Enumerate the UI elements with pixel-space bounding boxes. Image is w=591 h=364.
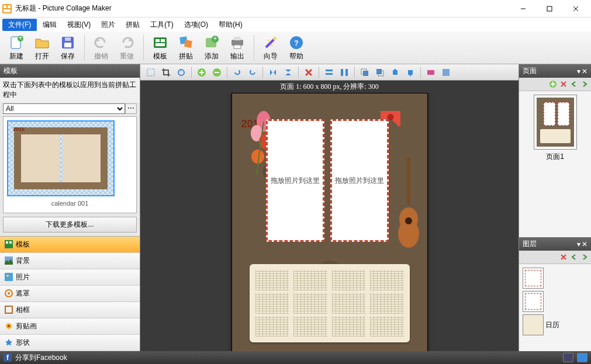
svg-rect-46 xyxy=(326,70,333,71)
wizard-button[interactable]: 向导 xyxy=(259,33,282,63)
menu-help[interactable]: 帮助(H) xyxy=(214,19,247,31)
svg-rect-5 xyxy=(547,6,552,11)
canvas-info-label: 页面 1: 600 x 800 px, 分辨率: 300 xyxy=(140,81,519,93)
template-thumb-1[interactable]: 2015 xyxy=(7,120,115,196)
photo-frame-1[interactable]: 拖放照片到这里 xyxy=(266,119,324,242)
tab-shape[interactable]: 形状 xyxy=(0,335,140,351)
svg-rect-49 xyxy=(345,69,348,76)
svg-point-41 xyxy=(8,325,10,327)
download-more-templates-button[interactable]: 下载更多模板... xyxy=(3,217,137,233)
undo-button[interactable]: 撤销 xyxy=(89,33,113,63)
template-list[interactable]: 2015 calendar 001 xyxy=(3,116,137,213)
panel-close-icon[interactable]: ✕ xyxy=(582,67,587,75)
svg-rect-24 xyxy=(234,37,241,40)
align-icon[interactable] xyxy=(322,66,336,79)
distribute-icon[interactable] xyxy=(337,66,351,79)
menu-file[interactable]: 文件(F) xyxy=(2,19,37,31)
close-button[interactable] xyxy=(562,1,589,17)
prev-page-icon[interactable] xyxy=(570,80,578,88)
delete-icon[interactable] xyxy=(302,66,316,79)
minimize-button[interactable] xyxy=(510,1,536,17)
layers-panel-title: 图层▾✕ xyxy=(519,237,591,251)
rotate-right-icon[interactable] xyxy=(246,66,260,79)
add-page-icon[interactable] xyxy=(549,80,557,88)
svg-rect-39 xyxy=(5,306,12,313)
guitar-clipart[interactable] xyxy=(398,158,419,251)
svg-rect-1 xyxy=(4,5,6,8)
add-button[interactable]: +添加 xyxy=(200,33,223,63)
new-button[interactable]: +新建 xyxy=(5,33,28,63)
layer-item-frame-1[interactable] xyxy=(521,290,589,313)
calendar-card[interactable] xyxy=(250,264,410,342)
template-hint: 双击下面列表中的模板以应用到当前拼贴工程中 xyxy=(0,78,140,102)
svg-rect-19 xyxy=(184,40,192,48)
flip-v-icon[interactable] xyxy=(281,66,295,79)
menu-photo[interactable]: 照片 xyxy=(96,19,120,31)
collage-button[interactable]: 拼贴 xyxy=(174,33,198,63)
right-sidebar: 页面▾✕ 页面1 图层▾✕ 日历 xyxy=(519,64,591,351)
tab-background[interactable]: 背景 xyxy=(0,253,140,269)
page-thumb-1[interactable] xyxy=(534,95,577,150)
effects-icon[interactable] xyxy=(424,66,438,79)
send-back-icon[interactable] xyxy=(373,66,387,79)
status-bar: f 分享到Facebook xyxy=(0,351,591,364)
select-tool-icon[interactable] xyxy=(144,66,158,79)
svg-rect-33 xyxy=(9,241,12,244)
maximize-button[interactable] xyxy=(536,1,562,17)
svg-rect-54 xyxy=(393,70,398,75)
template-folder-button[interactable]: ⋯ xyxy=(125,103,137,114)
photo-frame-2[interactable]: 拖放照片到这里 xyxy=(330,119,389,242)
tab-mask[interactable]: 遮罩 xyxy=(0,286,140,302)
menu-view[interactable]: 视图(V) xyxy=(63,19,95,31)
svg-rect-52 xyxy=(376,69,382,74)
share-facebook-link[interactable]: 分享到Facebook xyxy=(15,353,67,363)
left-tabs: 模板 背景 照片 遮罩 相框 剪贴画 形状 xyxy=(0,236,140,351)
reset-tool-icon[interactable] xyxy=(174,66,188,79)
layer-item-calendar[interactable]: 日历 xyxy=(521,313,589,337)
backward-icon[interactable] xyxy=(403,66,417,79)
svg-rect-13 xyxy=(65,37,71,41)
tab-template[interactable]: 模板 xyxy=(0,237,140,253)
crop-tool-icon[interactable] xyxy=(159,66,173,79)
svg-rect-15 xyxy=(155,39,160,42)
zoom-in-icon[interactable] xyxy=(195,66,209,79)
redo-button[interactable]: 重做 xyxy=(115,33,139,63)
next-page-icon[interactable] xyxy=(580,80,589,88)
layer-up-icon[interactable] xyxy=(570,253,578,261)
open-button[interactable]: 打开 xyxy=(30,33,54,63)
bring-front-icon[interactable] xyxy=(358,66,372,79)
delete-layer-icon[interactable] xyxy=(559,253,568,261)
svg-rect-57 xyxy=(443,69,450,76)
properties-icon[interactable] xyxy=(439,66,453,79)
pages-panel-title: 页面▾✕ xyxy=(519,64,591,78)
menu-options[interactable]: 选项(O) xyxy=(179,19,213,31)
forward-icon[interactable] xyxy=(388,66,402,79)
layer-down-icon[interactable] xyxy=(580,253,589,261)
help-button[interactable]: ?帮助 xyxy=(285,33,308,63)
tab-frame[interactable]: 相框 xyxy=(0,302,140,318)
panel-close-icon[interactable]: ✕ xyxy=(582,240,587,248)
flip-h-icon[interactable] xyxy=(266,66,280,79)
tab-photo[interactable]: 照片 xyxy=(0,269,140,286)
delete-page-icon[interactable] xyxy=(559,80,568,88)
facebook-icon[interactable]: f xyxy=(4,353,12,362)
zoom-out-icon[interactable] xyxy=(210,66,224,79)
menu-collage[interactable]: 拼贴 xyxy=(121,19,144,31)
menu-tools[interactable]: 工具(T) xyxy=(146,19,178,31)
rotate-left-icon[interactable] xyxy=(230,66,244,79)
save-button[interactable]: 保存 xyxy=(56,33,80,63)
status-view-icon[interactable] xyxy=(563,353,573,362)
svg-rect-55 xyxy=(408,70,413,75)
template-button[interactable]: 模板 xyxy=(148,33,172,63)
layer-item-frame-2[interactable] xyxy=(521,266,589,290)
tab-clipart[interactable]: 剪贴画 xyxy=(0,318,140,335)
status-grid-icon[interactable] xyxy=(577,353,587,362)
panel-chevron-icon[interactable]: ▾ xyxy=(577,240,580,248)
output-button[interactable]: 输出 xyxy=(226,33,249,63)
svg-point-65 xyxy=(405,217,412,224)
template-filter-select[interactable]: All xyxy=(3,103,125,114)
canvas[interactable]: 2015 拖放照片到这里 拖放照片到这里 xyxy=(231,93,428,351)
panel-chevron-icon[interactable]: ▾ xyxy=(577,67,580,75)
menu-edit[interactable]: 编辑 xyxy=(38,19,61,31)
svg-point-38 xyxy=(8,292,10,294)
